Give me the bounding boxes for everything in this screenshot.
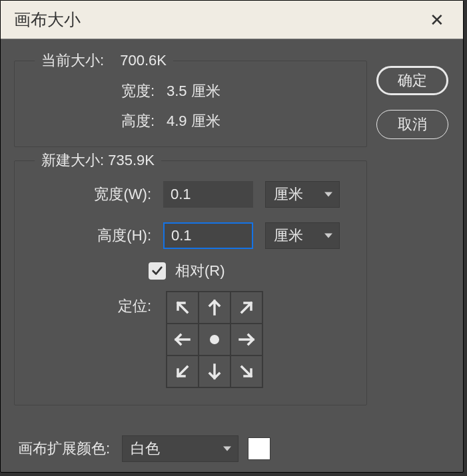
- current-size-legend: 当前大小: 700.6K: [35, 51, 173, 71]
- width-unit-select[interactable]: 厘米: [265, 181, 340, 208]
- current-size-group: 当前大小: 700.6K 宽度: 3.5 厘米 高度: 4.9 厘米: [14, 61, 367, 147]
- cancel-button[interactable]: 取消: [376, 110, 448, 139]
- extension-color-label: 画布扩展颜色:: [18, 439, 110, 459]
- extension-color-row: 画布扩展颜色: 白色: [18, 435, 270, 462]
- new-size-legend: 新建大小: 735.9K: [35, 150, 161, 170]
- anchor-bottom-left[interactable]: [167, 356, 199, 387]
- width-label: 宽度(W):: [15, 184, 151, 204]
- relative-label: 相对(R): [175, 261, 225, 281]
- current-width-label: 宽度:: [15, 81, 155, 101]
- chevron-down-icon: [324, 234, 332, 238]
- new-size-label: 新建大小:: [41, 152, 104, 168]
- current-width-value: 3.5 厘米: [167, 81, 221, 101]
- height-input[interactable]: [163, 222, 253, 249]
- arrow-up-icon: [205, 298, 225, 318]
- anchor-left[interactable]: [167, 324, 199, 356]
- canvas-size-dialog: 画布大小 ✕ 当前大小: 700.6K 宽度: 3.5 厘米 高度: 4.9 厘…: [0, 0, 464, 473]
- anchor-top-right[interactable]: [231, 292, 262, 324]
- anchor-center[interactable]: [199, 324, 231, 356]
- chevron-down-icon: [223, 447, 231, 451]
- height-unit-select[interactable]: 厘米: [265, 222, 340, 249]
- arrow-up-left-icon: [173, 298, 193, 318]
- current-size-value: 700.6K: [120, 52, 167, 69]
- titlebar: 画布大小 ✕: [1, 1, 463, 39]
- arrow-down-left-icon: [173, 361, 193, 381]
- relative-checkbox[interactable]: [149, 262, 166, 280]
- height-unit-value: 厘米: [274, 226, 303, 246]
- check-icon: [151, 265, 163, 277]
- extension-color-select[interactable]: 白色: [122, 435, 238, 462]
- current-size-label: 当前大小:: [41, 52, 104, 69]
- anchor-bottom[interactable]: [199, 356, 231, 387]
- button-column: 确定 取消: [376, 66, 448, 139]
- arrow-left-icon: [173, 330, 193, 350]
- dialog-title: 画布大小: [14, 9, 81, 31]
- close-icon[interactable]: ✕: [424, 9, 450, 31]
- current-height-value: 4.9 厘米: [167, 111, 221, 131]
- arrow-right-icon: [236, 330, 256, 350]
- anchor-label: 定位:: [15, 291, 151, 316]
- anchor-grid: [166, 291, 263, 388]
- anchor-top-left[interactable]: [167, 292, 199, 324]
- new-size-group: 新建大小: 735.9K 宽度(W): 厘米 高度(H): 厘米: [14, 160, 367, 405]
- new-size-value: 735.9K: [108, 152, 155, 168]
- chevron-down-icon: [324, 192, 332, 197]
- extension-color-value: 白色: [131, 439, 160, 459]
- arrow-down-right-icon: [236, 361, 256, 381]
- anchor-top[interactable]: [199, 292, 231, 324]
- width-input[interactable]: [163, 181, 253, 208]
- anchor-center-dot-icon: [210, 335, 219, 344]
- current-height-label: 高度:: [15, 111, 155, 131]
- arrow-down-icon: [205, 361, 225, 381]
- anchor-right[interactable]: [231, 324, 262, 356]
- ok-button[interactable]: 确定: [376, 66, 448, 95]
- anchor-bottom-right[interactable]: [231, 356, 262, 387]
- width-unit-value: 厘米: [274, 184, 303, 204]
- dialog-body: 当前大小: 700.6K 宽度: 3.5 厘米 高度: 4.9 厘米 新建大小:…: [1, 39, 463, 66]
- arrow-up-right-icon: [236, 298, 256, 318]
- extension-color-swatch[interactable]: [248, 437, 270, 460]
- height-label: 高度(H):: [15, 226, 151, 246]
